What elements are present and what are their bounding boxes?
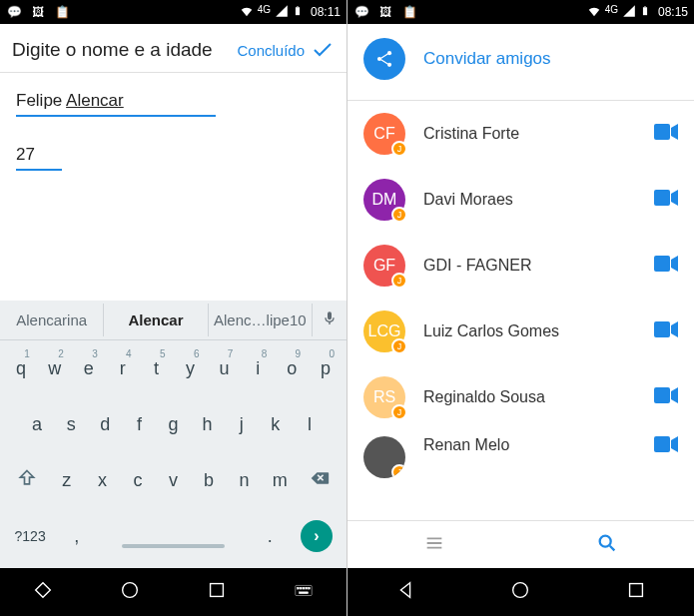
- key-f[interactable]: f: [124, 402, 154, 446]
- key-i[interactable]: 8i: [243, 346, 273, 390]
- bottom-bar: [347, 520, 694, 568]
- svg-point-13: [387, 51, 391, 55]
- key-r[interactable]: 4r: [108, 346, 138, 390]
- key-e[interactable]: 3e: [74, 346, 104, 390]
- suggestion-bar: Alencarina Alencar Alenc…lipe10: [0, 301, 347, 340]
- video-call-icon[interactable]: [654, 321, 678, 341]
- avatar: J: [363, 436, 405, 478]
- key-s[interactable]: s: [56, 402, 86, 446]
- key-g[interactable]: g: [158, 402, 188, 446]
- name-field[interactable]: Felipe Alencar: [16, 85, 216, 117]
- nav-back[interactable]: [394, 579, 416, 605]
- battery-icon: [640, 3, 650, 22]
- key-b[interactable]: b: [193, 458, 225, 502]
- video-call-icon[interactable]: [654, 256, 678, 276]
- video-call-icon[interactable]: [654, 387, 678, 407]
- key-v[interactable]: v: [158, 458, 190, 502]
- duo-badge-icon: J: [391, 338, 407, 354]
- contact-row[interactable]: JRenan Melo: [347, 430, 694, 470]
- key-q[interactable]: 1q: [6, 346, 36, 390]
- nav-recent[interactable]: [625, 579, 647, 605]
- enter-key[interactable]: ›: [293, 514, 341, 558]
- clipboard-icon: 📋: [401, 4, 417, 20]
- keyboard: Alencarina Alencar Alenc…lipe10 1q2w3e4r…: [0, 301, 347, 568]
- contact-name: Cristina Forte: [423, 125, 636, 143]
- space-key[interactable]: [99, 514, 247, 558]
- contact-row[interactable]: LCGJLuiz Carlos Gomes: [347, 299, 694, 364]
- period-key[interactable]: .: [252, 514, 289, 558]
- svg-rect-11: [643, 7, 647, 15]
- key-w[interactable]: 2w: [40, 346, 70, 390]
- key-m[interactable]: m: [264, 458, 296, 502]
- svg-rect-21: [654, 436, 670, 452]
- menu-button[interactable]: [423, 532, 445, 558]
- contact-name: GDI - FAGNER: [423, 257, 636, 275]
- key-k[interactable]: k: [261, 402, 291, 446]
- avatar: LCGJ: [363, 310, 405, 352]
- nav-home[interactable]: [509, 579, 531, 605]
- nav-keyboard-icon[interactable]: [293, 579, 315, 605]
- svg-rect-5: [297, 587, 299, 589]
- key-n[interactable]: n: [229, 458, 261, 502]
- notification-icon: 💬: [353, 4, 369, 20]
- wifi-icon: [240, 4, 254, 21]
- contact-name: Davi Moraes: [423, 191, 636, 209]
- duo-badge-icon: J: [391, 207, 407, 223]
- svg-point-15: [387, 63, 391, 67]
- contact-row[interactable]: CFJCristina Forte: [347, 101, 694, 167]
- suggestion-3[interactable]: Alenc…lipe10: [209, 304, 313, 336]
- symbols-key[interactable]: ?123: [6, 514, 54, 558]
- video-call-icon[interactable]: [654, 190, 678, 210]
- clock: 08:15: [658, 5, 688, 19]
- avatar: CFJ: [363, 113, 405, 155]
- form-header: Digite o nome e a idade Concluído: [0, 24, 347, 73]
- svg-rect-8: [305, 587, 307, 589]
- contact-row[interactable]: DMJDavi Moraes: [347, 167, 694, 233]
- backspace-key[interactable]: [300, 458, 341, 502]
- suggestion-1[interactable]: Alencarina: [0, 304, 104, 336]
- key-c[interactable]: c: [122, 458, 154, 502]
- svg-rect-7: [303, 587, 305, 589]
- nav-back[interactable]: [32, 579, 54, 605]
- svg-rect-10: [299, 592, 308, 594]
- svg-rect-19: [654, 321, 670, 337]
- suggestion-2[interactable]: Alencar: [104, 304, 208, 336]
- svg-rect-20: [654, 387, 670, 403]
- status-bar: 💬 🖼 📋 4G 08:11: [0, 0, 347, 24]
- nav-recent[interactable]: [206, 579, 228, 605]
- shift-key[interactable]: [6, 458, 47, 502]
- mic-button[interactable]: [313, 310, 347, 330]
- contact-row[interactable]: GFJGDI - FAGNER: [347, 233, 694, 299]
- nav-home[interactable]: [119, 579, 141, 605]
- key-j[interactable]: j: [227, 402, 257, 446]
- svg-point-23: [513, 583, 528, 598]
- search-button[interactable]: [596, 532, 618, 558]
- cell-signal-icon: [622, 4, 636, 21]
- invite-friends-row[interactable]: Convidar amigos: [347, 24, 694, 100]
- video-call-icon[interactable]: [654, 436, 678, 456]
- left-screen: 💬 🖼 📋 4G 08:11 Digite o nome e a idade: [0, 0, 347, 616]
- key-p[interactable]: 0p: [311, 346, 341, 390]
- svg-rect-4: [295, 585, 312, 595]
- key-o[interactable]: 9o: [277, 346, 307, 390]
- cell-signal-icon: [275, 4, 289, 21]
- contact-row[interactable]: RSJReginaldo Sousa: [347, 364, 694, 430]
- contact-name: Reginaldo Sousa: [423, 388, 636, 406]
- video-call-icon[interactable]: [654, 124, 678, 144]
- svg-rect-17: [654, 190, 670, 206]
- key-x[interactable]: x: [87, 458, 119, 502]
- age-field[interactable]: 27: [16, 139, 62, 171]
- key-a[interactable]: a: [22, 402, 52, 446]
- key-d[interactable]: d: [90, 402, 120, 446]
- image-icon: 🖼: [30, 4, 46, 20]
- key-z[interactable]: z: [51, 458, 83, 502]
- key-h[interactable]: h: [193, 402, 223, 446]
- key-u[interactable]: 7u: [209, 346, 239, 390]
- done-button[interactable]: Concluído: [237, 38, 335, 62]
- key-y[interactable]: 6y: [176, 346, 206, 390]
- comma-key[interactable]: ,: [58, 514, 95, 558]
- duo-badge-icon: J: [391, 141, 407, 157]
- key-l[interactable]: l: [295, 402, 325, 446]
- key-t[interactable]: 5t: [142, 346, 172, 390]
- contact-list: CFJCristina ForteDMJDavi MoraesGFJGDI - …: [347, 101, 694, 520]
